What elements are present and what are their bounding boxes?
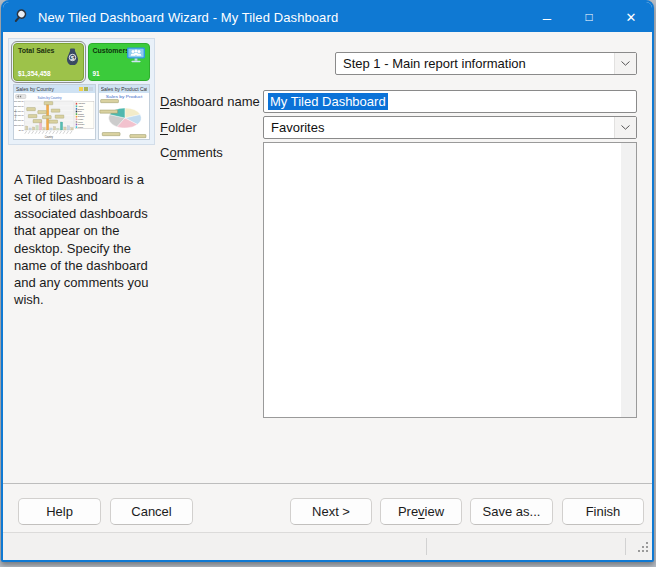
- window-title: New Tiled Dashboard Wizard - My Tiled Da…: [38, 10, 526, 25]
- step-selector[interactable]: Step 1 - Main report information: [335, 52, 637, 75]
- next-button[interactable]: Next >: [290, 498, 372, 525]
- preview-chart-sales-by-product-category: Sales by Product Category Sales by Produ…: [98, 84, 150, 140]
- chart-header-label: Sales by Product Category: [101, 86, 147, 92]
- chart-header: Sales by Country: [14, 85, 95, 93]
- finish-button[interactable]: Finish: [562, 498, 644, 525]
- magnifier-app-icon: [13, 9, 30, 26]
- export-icon: [79, 87, 83, 91]
- wizard-description: A Tiled Dashboard is a set of tiles and …: [14, 171, 155, 308]
- button-row-separator: [3, 483, 652, 484]
- preview-chart-sales-by-country: Sales by Country Sales by Country: [13, 84, 96, 140]
- refresh-icon: [84, 87, 88, 91]
- pie-chart-thumbnail: Sales by Product: [99, 93, 149, 139]
- dashboard-preview-thumbnail: Total Sales $ $1,354,458 Customers: [8, 38, 155, 145]
- preview-tile-total-sales: Total Sales $ $1,354,458: [13, 43, 84, 81]
- wizard-dialog: New Tiled Dashboard Wizard - My Tiled Da…: [1, 0, 654, 562]
- svg-text:Sales by Product: Sales by Product: [106, 95, 144, 99]
- chevron-down-icon[interactable]: [614, 53, 636, 74]
- svg-text:Ireland: Ireland: [78, 126, 83, 128]
- customers-monitor-icon: [126, 47, 146, 67]
- vertical-scrollbar[interactable]: [621, 143, 636, 417]
- tile-value: $1,354,458: [18, 70, 51, 77]
- preview-tile-row: Total Sales $ $1,354,458 Customers: [13, 43, 150, 81]
- svg-text:Total Price: Total Price: [14, 108, 16, 120]
- close-button[interactable]: ✕: [610, 2, 652, 32]
- save-as-button[interactable]: Save as...: [470, 498, 553, 525]
- money-bag-icon: $: [65, 47, 80, 69]
- folder-combobox-value: Favorites: [264, 120, 614, 135]
- svg-text:Country: Country: [45, 134, 54, 138]
- help-button[interactable]: Help: [18, 498, 101, 525]
- statusbar-divider: [625, 538, 626, 555]
- statusbar-divider: [426, 538, 427, 555]
- cancel-button[interactable]: Cancel: [110, 498, 193, 525]
- dashboard-name-label: Dashboard name: [160, 94, 260, 109]
- maximize-button[interactable]: □: [568, 2, 610, 32]
- selected-input-text: My Tiled Dashboard: [268, 93, 388, 110]
- preview-tile-customers: Customers 91: [88, 43, 151, 81]
- preview-chart-row: Sales by Country Sales by Country: [13, 84, 150, 140]
- minimize-button[interactable]: –: [526, 2, 568, 32]
- chart-header-label: Sales by Country: [16, 86, 78, 92]
- grid-icon: [89, 87, 93, 91]
- comments-label: Comments: [160, 145, 223, 160]
- comments-textarea[interactable]: [263, 142, 637, 418]
- bar-chart-thumbnail: Sales by Country $300,000.00 $250,000.00…: [14, 93, 95, 139]
- dashboard-name-input[interactable]: My Tiled Dashboard: [263, 90, 637, 113]
- preview-button[interactable]: Preview: [380, 498, 462, 525]
- statusbar: [3, 532, 652, 560]
- tile-value: 91: [93, 70, 100, 77]
- comments-text[interactable]: [264, 143, 621, 417]
- titlebar: New Tiled Dashboard Wizard - My Tiled Da…: [3, 2, 652, 32]
- folder-label: Folder: [160, 120, 197, 135]
- svg-text:$0.00: $0.00: [19, 129, 25, 131]
- chart-header: Sales by Product Category: [99, 85, 149, 93]
- step-selector-value: Step 1 - Main report information: [336, 56, 614, 71]
- svg-text:Sales by Country: Sales by Country: [38, 96, 62, 100]
- chevron-down-icon[interactable]: [614, 117, 636, 138]
- folder-combobox[interactable]: Favorites: [263, 116, 637, 139]
- resize-grip[interactable]: [638, 539, 649, 557]
